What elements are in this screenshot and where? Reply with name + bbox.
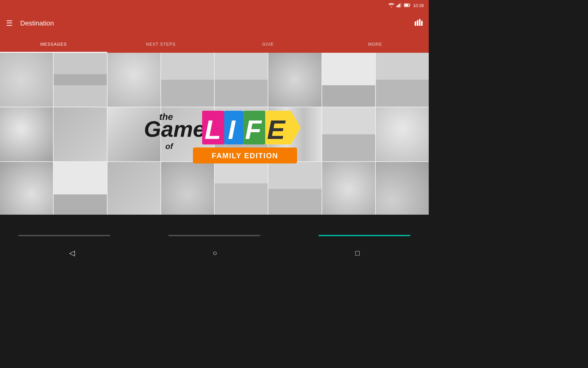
scroll-indicators — [0, 233, 429, 238]
svg-rect-5 — [409, 4, 410, 6]
svg-rect-0 — [397, 6, 398, 7]
svg-text:Game: Game — [144, 117, 205, 141]
photo-cell[interactable] — [54, 162, 107, 215]
photo-cell[interactable] — [376, 53, 429, 107]
svg-rect-9 — [419, 19, 420, 26]
svg-rect-10 — [421, 21, 423, 26]
tab-more[interactable]: MORE — [322, 36, 429, 53]
svg-text:I: I — [228, 114, 236, 145]
svg-rect-2 — [399, 4, 400, 7]
svg-text:E: E — [267, 114, 286, 145]
tab-give[interactable]: GIVE — [214, 36, 322, 53]
svg-rect-3 — [400, 3, 401, 7]
svg-text:of: of — [165, 142, 174, 151]
chart-icon[interactable] — [415, 19, 423, 28]
photo-cell[interactable] — [322, 53, 375, 107]
main-content: the Game of L I F E FAMILY EDITION — [0, 53, 429, 215]
signal-icon — [397, 3, 401, 8]
game-logo-overlay: the Game of L I F E FAMILY EDITION — [126, 91, 303, 177]
home-button[interactable]: ○ — [201, 246, 230, 260]
app-title: Destination — [20, 19, 415, 27]
svg-text:F: F — [245, 114, 262, 145]
status-bar: 10:26 — [0, 0, 429, 11]
photo-cell[interactable] — [0, 162, 53, 215]
svg-text:L: L — [205, 114, 221, 145]
svg-rect-6 — [404, 4, 408, 6]
svg-text:FAMILY EDITION: FAMILY EDITION — [212, 151, 278, 160]
scroll-bar-1 — [18, 235, 110, 236]
scroll-bar-2 — [168, 235, 260, 236]
svg-rect-8 — [417, 20, 418, 26]
photo-cell[interactable] — [322, 162, 375, 215]
scroll-bar-3 — [318, 235, 410, 236]
game-of-life-logo: the Game of L I F E FAMILY EDITION — [126, 91, 303, 177]
tab-next-steps[interactable]: NEXT STEPS — [107, 36, 214, 53]
photo-cell[interactable] — [54, 107, 107, 161]
back-button[interactable]: ◁ — [57, 246, 87, 260]
photo-cell[interactable] — [0, 53, 53, 107]
photo-cell[interactable] — [0, 107, 53, 161]
menu-icon[interactable]: ☰ — [6, 19, 13, 28]
status-time: 10:26 — [413, 3, 424, 8]
nav-bar: ◁ ○ □ — [0, 242, 429, 264]
app-bar: ☰ Destination — [0, 11, 429, 36]
svg-rect-7 — [415, 21, 416, 26]
tab-messages[interactable]: MESSAGES — [0, 36, 107, 53]
photo-cell[interactable] — [322, 107, 375, 161]
svg-rect-1 — [398, 5, 399, 7]
photo-cell[interactable] — [376, 107, 429, 161]
wifi-icon — [389, 3, 394, 8]
tab-bar: MESSAGES NEXT STEPS GIVE MORE — [0, 36, 429, 53]
photo-cell[interactable] — [376, 162, 429, 215]
recents-button[interactable]: □ — [343, 246, 372, 260]
photo-cell[interactable] — [54, 53, 107, 107]
battery-icon — [404, 3, 411, 8]
